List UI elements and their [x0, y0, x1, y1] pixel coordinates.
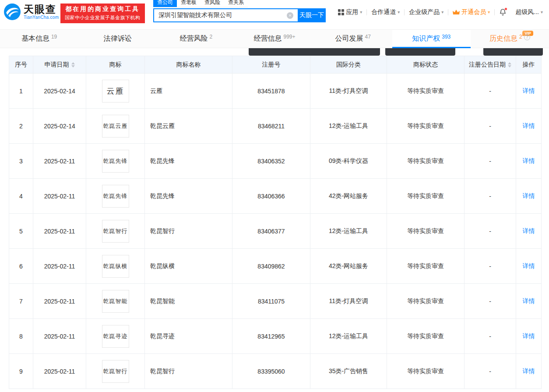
tab-count: 19	[51, 34, 57, 40]
nav-label: 开通会员	[461, 8, 486, 16]
tab-history-info[interactable]: 历史信息2VIP?	[471, 30, 549, 48]
nav-label: 超级风...	[515, 8, 539, 16]
tab-company-development[interactable]: 公司发展47	[314, 30, 392, 48]
tab-dropdown-remnant	[483, 48, 543, 56]
notification-dot	[504, 7, 507, 11]
detail-link[interactable]: 详情	[523, 87, 535, 94]
detail-link[interactable]: 详情	[523, 262, 535, 269]
nav-open-membership[interactable]: 开通会员▾	[448, 8, 494, 16]
cell-mark: 乾崑智能	[86, 284, 145, 319]
cell-mark: 乾崑先锋	[86, 179, 145, 214]
slogan-badge: 都在用的商业查询工具 国家中小企业发展子基金旗下机构	[60, 4, 145, 23]
trademark-image[interactable]: 乾崑云雁	[102, 115, 129, 138]
search-tab-2[interactable]: 查老板	[177, 0, 201, 7]
tab-dropdown-remnant	[249, 48, 380, 56]
cell-mark-name: 乾昆纵横	[145, 249, 232, 284]
cell-reg-no: 83395060	[232, 354, 310, 389]
cell-mark-name: 乾昆先锋	[145, 144, 232, 179]
cell-apply-date: 2025-02-14	[33, 74, 86, 109]
tab-operation-risk[interactable]: 经营风险2	[157, 30, 235, 48]
cell-mark: 乾崑智行	[86, 354, 145, 389]
search-tab-1[interactable]: 查公司	[153, 0, 177, 7]
trademark-image[interactable]: 乾崑智行	[102, 220, 129, 243]
nav-apps[interactable]: 应用▾	[334, 8, 366, 16]
cell-mark-name: 乾昆智能	[145, 284, 232, 319]
detail-link[interactable]: 详情	[523, 297, 535, 304]
detail-link[interactable]: 详情	[523, 192, 535, 199]
tab-label: 法律诉讼	[104, 34, 132, 43]
column-label: 操作	[523, 61, 535, 69]
cell-intl-class: 12类-运输工具	[310, 319, 387, 354]
tab-label: 公司发展	[335, 34, 363, 43]
trademark-image[interactable]: 乾崑智能	[102, 290, 129, 313]
cell-status: 等待实质审查	[387, 144, 465, 179]
grid-icon	[338, 9, 344, 15]
table-header-row: 序号申请日期商标商标名称注册号国际分类商标状态注册公告日期操作	[9, 56, 542, 74]
trademark-image[interactable]: 云雁	[102, 80, 129, 102]
help-icon[interactable]: ?	[524, 34, 530, 40]
cell-intl-class: 12类-运输工具	[310, 214, 387, 249]
nav-label: 应用	[346, 8, 358, 16]
nav-cooperation-channel[interactable]: 合作通道▾	[367, 8, 404, 16]
top-nav: 应用▾合作通道▾企业级产品▾开通会员▾超级风...▾	[334, 0, 547, 24]
cell-intl-class: 11类-灯具空调	[310, 284, 387, 319]
cell-intl-class: 09类-科学仪器	[310, 144, 387, 179]
slogan-line1: 都在用的商业查询工具	[65, 5, 141, 13]
sort-icon[interactable]	[71, 62, 75, 67]
trademark-image-text: 乾崑智行	[103, 227, 128, 235]
cell-reg-no: 83406352	[232, 144, 310, 179]
search-tab-3[interactable]: 查风险	[201, 0, 224, 7]
trademark-image-text: 乾崑先锋	[103, 192, 128, 200]
tab-label: 经营信息	[253, 34, 282, 43]
trademark-image[interactable]: 乾崑智行	[102, 360, 129, 383]
trademark-image-text: 乾崑智行	[103, 367, 128, 375]
cell-status: 等待实质审查	[387, 284, 465, 319]
trademark-image[interactable]: 乾崑纵横	[102, 255, 129, 278]
trademark-row: 62025-02-11乾崑纵横乾昆纵横8340986242类-网站服务等待实质审…	[9, 249, 542, 284]
tab-legal-proceedings[interactable]: 法律诉讼	[78, 30, 157, 48]
detail-link[interactable]: 详情	[523, 332, 535, 339]
search-input[interactable]	[153, 8, 298, 22]
cell-reg-no: 83468211	[232, 109, 310, 144]
nav-super-risk[interactable]: 超级风...▾	[511, 8, 547, 16]
trademark-row: 22025-02-14乾崑云雁乾昆云雁8346821112类-运输工具等待实质审…	[9, 109, 542, 144]
tab-label: 历史信息	[489, 34, 517, 43]
trademark-image[interactable]: 乾崑先锋	[102, 150, 129, 173]
tab-operation-info[interactable]: 经营信息999+	[235, 30, 313, 48]
cell-reg-no: 83411075	[232, 284, 310, 319]
search-button[interactable]: 天眼一下	[298, 8, 326, 22]
cell-reg-no: 83409862	[232, 249, 310, 284]
cell-action: 详情	[516, 249, 542, 284]
column-header-4: 商标名称	[145, 56, 232, 74]
column-label: 注册公告日期	[469, 61, 506, 69]
tab-basic-info[interactable]: 基本信息19	[0, 30, 78, 48]
cell-status: 等待实质审查	[387, 109, 465, 144]
cell-mark-name: 乾昆先锋	[145, 179, 232, 214]
search-tab-4[interactable]: 查关系	[224, 0, 248, 7]
detail-link[interactable]: 详情	[523, 157, 535, 164]
trademark-image[interactable]: 乾崑寻迹	[102, 325, 129, 348]
trademark-image-text: 乾崑纵横	[103, 262, 128, 270]
section-tab-bar: 基本信息19法律诉讼经营风险2经营信息999+公司发展47知识产权393历史信息…	[0, 29, 549, 48]
nav-enterprise-products[interactable]: 企业级产品▾	[405, 8, 448, 16]
logo[interactable]: 天眼查 TianYanCha.com	[4, 3, 59, 21]
cell-apply-date: 2025-02-11	[33, 214, 86, 249]
column-header-8[interactable]: 注册公告日期	[465, 56, 516, 74]
tab-count: 2	[519, 34, 522, 40]
cell-status: 等待实质审查	[387, 179, 465, 214]
detail-link[interactable]: 详情	[523, 122, 535, 129]
trademark-row: 72025-02-11乾崑智能乾昆智能8341107511类-灯具空调等待实质审…	[9, 284, 542, 319]
cell-action: 详情	[516, 284, 542, 319]
column-header-9: 操作	[516, 56, 542, 74]
column-header-2[interactable]: 申请日期	[33, 56, 86, 74]
detail-link[interactable]: 详情	[523, 367, 535, 374]
tab-intellectual-property[interactable]: 知识产权393	[392, 30, 471, 48]
cell-apply-date: 2025-02-11	[33, 319, 86, 354]
detail-link[interactable]: 详情	[523, 227, 535, 234]
clear-search-icon[interactable]: ×	[287, 12, 293, 19]
sort-icon[interactable]	[508, 62, 511, 67]
nav-notifications[interactable]	[495, 8, 511, 16]
cell-reg-no: 83412965	[232, 319, 310, 354]
trademark-image[interactable]: 乾崑先锋	[102, 185, 129, 208]
cell-apply-date: 2025-02-11	[33, 249, 86, 284]
